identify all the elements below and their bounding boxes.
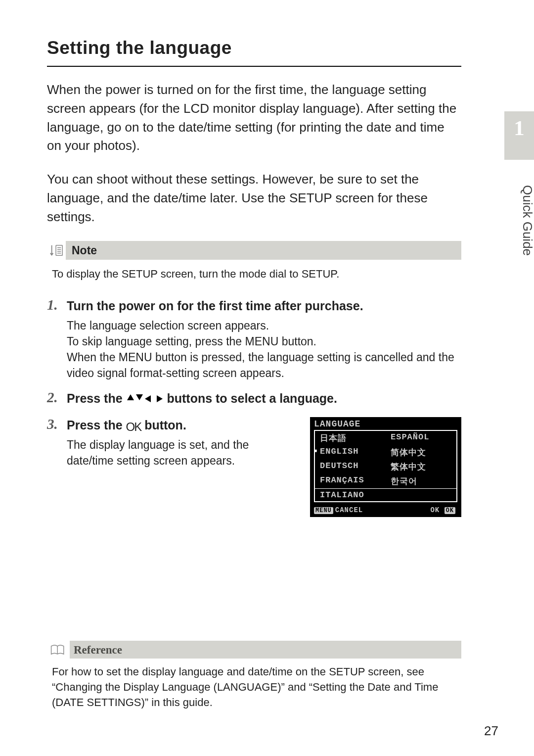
svg-rect-0: [56, 245, 62, 256]
lcd-row: DEUTSCH 繁体中文: [315, 460, 456, 474]
lcd-foot-left: MENUCANCEL: [314, 506, 363, 514]
step-number: 2.: [47, 390, 67, 409]
lcd-footer: MENUCANCEL OK OK: [310, 505, 461, 517]
steps-list: 1. Turn the power on for the first time …: [47, 298, 461, 517]
lcd-row: FRANÇAIS 한국어: [315, 474, 456, 488]
dpad-arrows-icon: [126, 392, 164, 409]
step-2-title-pre: Press the: [67, 391, 126, 405]
step-2-title-post: buttons to select a language.: [164, 391, 337, 405]
lcd-row: ITALIANO: [315, 488, 456, 501]
chapter-number: 1: [514, 116, 525, 140]
lcd-cell: 日本語: [315, 431, 386, 445]
lcd-language-grid: 日本語 ESPAÑOL ENGLISH 简体中文 DEUTSCH 繁体中文: [314, 430, 457, 502]
lcd-cell: 简体中文: [386, 445, 456, 460]
ok-button-label: OK: [445, 507, 455, 514]
svg-marker-7: [145, 395, 151, 402]
lcd-screenshot: LANGUAGE 日本語 ESPAÑOL ENGLISH 简体中文: [310, 417, 461, 517]
lcd-cell: 繁体中文: [386, 460, 456, 474]
lcd-cancel-label: CANCEL: [335, 506, 363, 514]
lcd-cell: ENGLISH: [315, 445, 386, 460]
note-title: Note: [72, 245, 97, 256]
step-1-desc: The language selection screen appears. T…: [67, 318, 461, 381]
lcd-row-selected: ENGLISH 简体中文: [315, 445, 456, 460]
svg-marker-6: [136, 394, 143, 400]
step-3-desc: The display language is set, and the dat…: [67, 437, 298, 469]
reference-title: Reference: [74, 644, 122, 656]
ok-button-glyph: OK: [126, 421, 141, 433]
step-number: 3.: [47, 417, 67, 517]
reference-body: For how to set the display language and …: [52, 664, 461, 710]
lcd-cell: ITALIANO: [315, 488, 386, 501]
lcd-cell: FRANÇAIS: [315, 474, 386, 488]
lcd-cell: 한국어: [386, 474, 456, 488]
lcd-cell: DEUTSCH: [315, 460, 386, 474]
page: 1 Quick Guide Setting the language When …: [0, 0, 534, 756]
page-number: 27: [484, 724, 498, 737]
svg-marker-8: [157, 395, 163, 402]
reference-header: Reference: [47, 641, 461, 659]
note-header: Note: [47, 241, 461, 260]
lcd-row: 日本語 ESPAÑOL: [315, 431, 456, 445]
chapter-label: Quick Guide: [504, 183, 534, 341]
menu-button-label: MENU: [314, 507, 333, 514]
svg-marker-5: [127, 394, 134, 400]
content-area: Setting the language When the power is t…: [47, 37, 461, 710]
lcd-foot-right: OK OK: [430, 506, 457, 514]
intro-paragraph-1: When the power is turned on for the firs…: [47, 81, 461, 155]
lcd-ok-label: OK: [430, 506, 440, 514]
note-body: To display the SETUP screen, turn the mo…: [52, 267, 461, 282]
reference-icon: [47, 641, 70, 659]
step-3-title-pre: Press the: [67, 418, 126, 432]
step-2: 2. Press the buttons to select a languag…: [47, 390, 461, 409]
chapter-tab: 1: [504, 111, 534, 160]
page-heading: Setting the language: [47, 37, 461, 67]
step-3: 3. Press the OK button. The display lang…: [47, 417, 461, 517]
step-number: 1.: [47, 298, 67, 381]
step-1-title: Turn the power on for the first time aft…: [67, 298, 461, 315]
step-3-title-post: button.: [141, 418, 186, 432]
lcd-cell: ESPAÑOL: [386, 431, 456, 445]
note-icon: [47, 241, 66, 260]
step-1: 1. Turn the power on for the first time …: [47, 298, 461, 381]
lcd-title: LANGUAGE: [310, 417, 461, 430]
step-2-title: Press the buttons to select a language.: [67, 390, 461, 409]
intro-paragraph-2: You can shoot without these settings. Ho…: [47, 170, 461, 226]
step-3-title: Press the OK button.: [67, 417, 298, 434]
lcd-cell: [386, 488, 456, 501]
